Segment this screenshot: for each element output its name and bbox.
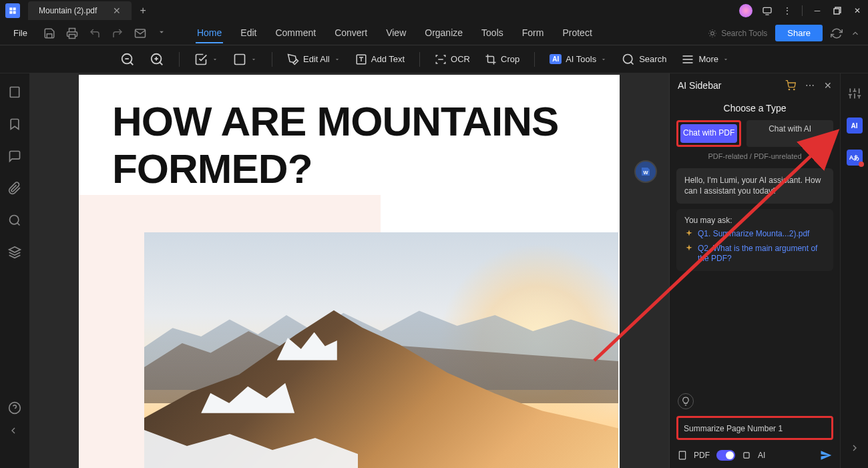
- chat-ai-tab[interactable]: Chat with AI: [746, 120, 833, 147]
- ai-prompt-input[interactable]: [684, 424, 826, 433]
- toolbar: Edit All Add Text OCR Crop AI AI Tools S…: [0, 45, 868, 73]
- tab-comment[interactable]: Comment: [274, 23, 317, 43]
- ai-suggestions: You may ask: Q1. Summarize Mounta...2).p…: [676, 209, 833, 271]
- thumbnail-icon[interactable]: [8, 85, 21, 99]
- svg-line-10: [130, 62, 133, 65]
- svg-line-25: [17, 223, 20, 226]
- search-button[interactable]: Search: [622, 53, 666, 66]
- app-logo-icon: [5, 3, 20, 18]
- ai-rail-icon[interactable]: AI: [847, 118, 863, 134]
- tab-convert[interactable]: Convert: [333, 23, 369, 43]
- file-menu[interactable]: File: [8, 25, 33, 41]
- close-sidebar-icon[interactable]: ✕: [824, 80, 832, 91]
- svg-point-24: [10, 216, 19, 224]
- mode-subtext: PDF-related / PDF-unrelated: [670, 147, 840, 166]
- lightbulb-icon[interactable]: [678, 393, 694, 409]
- sync-icon[interactable]: [831, 27, 843, 39]
- feedback-icon[interactable]: [762, 5, 773, 16]
- tab-title: Mountain (2).pdf: [39, 6, 97, 15]
- left-sidebar: [0, 73, 29, 468]
- redo-icon[interactable]: [112, 27, 124, 39]
- edit-all-button[interactable]: Edit All: [287, 53, 341, 65]
- tab-edit[interactable]: Edit: [239, 23, 258, 43]
- cart-icon[interactable]: [785, 80, 796, 91]
- save-icon[interactable]: [43, 27, 55, 39]
- search-panel-icon[interactable]: [8, 214, 21, 227]
- search-tools-label: Search Tools: [721, 29, 767, 38]
- annotation-highlight-input: [676, 416, 833, 440]
- convert-word-badge[interactable]: W: [634, 160, 657, 183]
- svg-line-13: [160, 62, 162, 65]
- send-icon[interactable]: [820, 449, 832, 461]
- ai-tools-button[interactable]: AI AI Tools: [550, 54, 607, 64]
- comment-icon[interactable]: [8, 150, 21, 163]
- add-text-button[interactable]: Add Text: [355, 53, 405, 65]
- chevron-left-icon[interactable]: [8, 425, 21, 439]
- suggest-title: You may ask:: [684, 216, 825, 225]
- highlight-icon[interactable]: [194, 53, 218, 66]
- print-icon[interactable]: [66, 27, 78, 39]
- tab-form[interactable]: Form: [521, 23, 546, 43]
- tab-home[interactable]: Home: [196, 23, 223, 43]
- chevron-right-icon[interactable]: [847, 440, 863, 456]
- suggest-q1[interactable]: Q1. Summarize Mounta...2).pdf: [684, 229, 825, 240]
- crop-button[interactable]: Crop: [485, 53, 519, 65]
- tab-view[interactable]: View: [385, 23, 407, 43]
- new-tab-icon[interactable]: +: [140, 5, 146, 17]
- tab-organize[interactable]: Organize: [423, 23, 464, 43]
- menubar: File Home Edit Comment Convert View Orga…: [0, 21, 868, 45]
- right-rail: AI Aあ: [840, 73, 868, 468]
- more-button[interactable]: More: [681, 53, 729, 66]
- settings-sliders-icon[interactable]: [847, 85, 863, 101]
- translate-rail-icon[interactable]: Aあ: [847, 150, 863, 166]
- suggest-q2[interactable]: Q2. What is the main argument of the PDF…: [684, 244, 825, 264]
- svg-rect-33: [744, 453, 749, 458]
- more-icon[interactable]: ⋮: [782, 5, 793, 16]
- ai-greeting: Hello, I'm Lumi, your AI assistant. How …: [676, 168, 833, 204]
- dropdown-icon[interactable]: [157, 27, 169, 39]
- svg-rect-32: [679, 451, 685, 459]
- bookmark-icon[interactable]: [8, 118, 21, 131]
- pdf-doc-icon: [678, 451, 687, 460]
- chat-pdf-tab[interactable]: Chat with PDF: [680, 124, 737, 143]
- user-avatar[interactable]: [739, 4, 752, 17]
- help-icon[interactable]: [8, 401, 21, 415]
- collapse-icon[interactable]: [851, 29, 860, 38]
- zoom-out-icon[interactable]: [120, 52, 135, 67]
- layers-icon[interactable]: [8, 246, 21, 259]
- tab-tools[interactable]: Tools: [480, 23, 505, 43]
- tab-close-icon[interactable]: ✕: [113, 5, 121, 16]
- ai-toggle-label: AI: [758, 451, 765, 460]
- close-icon[interactable]: ✕: [852, 5, 863, 16]
- pdf-page: HOW ARE MOUNTAINS FORMED?: [79, 75, 620, 468]
- svg-rect-23: [10, 87, 19, 97]
- ai-chip-icon: [742, 451, 751, 460]
- share-button[interactable]: Share: [775, 25, 823, 41]
- svg-rect-0: [9, 7, 12, 10]
- menu-tabs: Home Edit Comment Convert View Organize …: [196, 23, 594, 43]
- svg-marker-26: [9, 247, 21, 252]
- maximize-icon[interactable]: [832, 5, 843, 16]
- ellipsis-icon[interactable]: ⋯: [805, 80, 815, 91]
- svg-rect-16: [235, 54, 245, 64]
- svg-rect-5: [834, 9, 839, 14]
- shape-icon[interactable]: [233, 53, 257, 66]
- svg-rect-6: [69, 34, 75, 38]
- mail-icon[interactable]: [134, 27, 146, 39]
- mountain-image: [144, 232, 618, 468]
- pdf-toggle[interactable]: [716, 450, 735, 461]
- search-tools[interactable]: Search Tools: [708, 29, 767, 38]
- svg-point-18: [624, 54, 632, 63]
- document-viewport[interactable]: HOW ARE MOUNTAINS FORMED? W: [29, 73, 669, 468]
- annotation-highlight-mode: Chat with PDF: [676, 120, 741, 147]
- svg-rect-3: [13, 11, 16, 14]
- svg-point-31: [794, 89, 795, 89]
- ocr-button[interactable]: OCR: [435, 53, 470, 65]
- ai-sidebar: AI Sidebar ⋯ ✕ Choose a Type Chat with P…: [669, 73, 840, 468]
- attachment-icon[interactable]: [8, 182, 21, 195]
- tab-protect[interactable]: Protect: [561, 23, 593, 43]
- minimize-icon[interactable]: ─: [812, 5, 823, 16]
- zoom-in-icon[interactable]: [150, 52, 164, 67]
- undo-icon[interactable]: [89, 27, 101, 39]
- document-tab[interactable]: Mountain (2).pdf ✕: [28, 1, 132, 20]
